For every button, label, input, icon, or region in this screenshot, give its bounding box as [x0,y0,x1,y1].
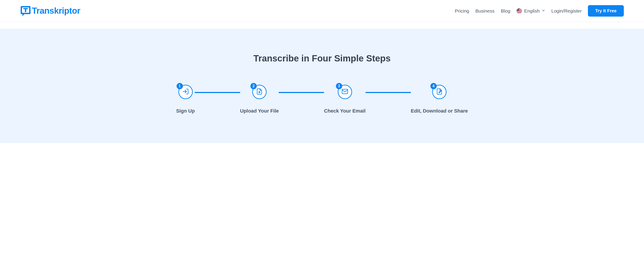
language-label: English [524,8,540,14]
flag-us-icon [516,8,522,14]
steps-container: 1 Sign Up 2 [176,85,468,114]
step-label: Check Your Email [324,108,366,114]
svg-point-10 [517,8,518,9]
step-label: Sign Up [176,108,195,114]
logo-icon [20,5,31,16]
svg-rect-8 [516,12,522,13]
signin-icon [182,88,189,96]
svg-point-17 [518,10,519,10]
language-selector[interactable]: English [516,8,545,14]
step-email: 3 Check Your Email [324,85,366,114]
nav-pricing[interactable]: Pricing [455,8,469,14]
nav-login[interactable]: Login/Register [551,8,582,14]
step-connector [279,92,324,93]
steps-row: 1 Sign Up 2 [176,85,468,114]
svg-rect-2 [25,9,26,12]
logo-text: Transkriptor [32,6,80,16]
svg-rect-1 [23,8,28,9]
step-edit: 4 Edit, Download or Share [411,85,468,114]
nav-blog[interactable]: Blog [501,8,510,14]
hero-section: Transcribe in Four Simple Steps 1 [0,29,644,143]
upload-file-icon [256,88,263,96]
hero-title: Transcribe in Four Simple Steps [20,53,624,63]
logo[interactable]: Transkriptor [20,5,80,16]
main-header: Transkriptor Pricing Business Blog [0,0,644,22]
step-label: Upload Your File [240,108,279,114]
step-signup: 1 Sign Up [176,85,195,114]
svg-point-15 [517,10,518,10]
svg-point-12 [518,8,519,9]
try-free-button[interactable]: Try It Free [588,5,624,16]
chevron-down-icon [542,9,545,13]
svg-rect-7 [516,11,522,12]
step-number: 1 [176,83,183,89]
mail-icon [342,88,348,96]
svg-point-13 [517,9,518,10]
step-number: 2 [250,83,257,89]
main-nav: Pricing Business Blog [455,5,624,16]
step-upload: 2 Upload Your File [240,85,279,114]
step-number: 3 [336,83,342,89]
step-label: Edit, Download or Share [411,108,468,114]
step-connector [366,92,411,93]
svg-point-16 [518,10,518,10]
svg-point-14 [518,9,518,10]
svg-point-11 [518,8,518,9]
edit-file-icon [436,88,443,96]
svg-rect-9 [516,8,519,11]
step-connector [195,92,240,93]
step-number: 4 [430,83,437,89]
nav-business[interactable]: Business [476,8,494,14]
